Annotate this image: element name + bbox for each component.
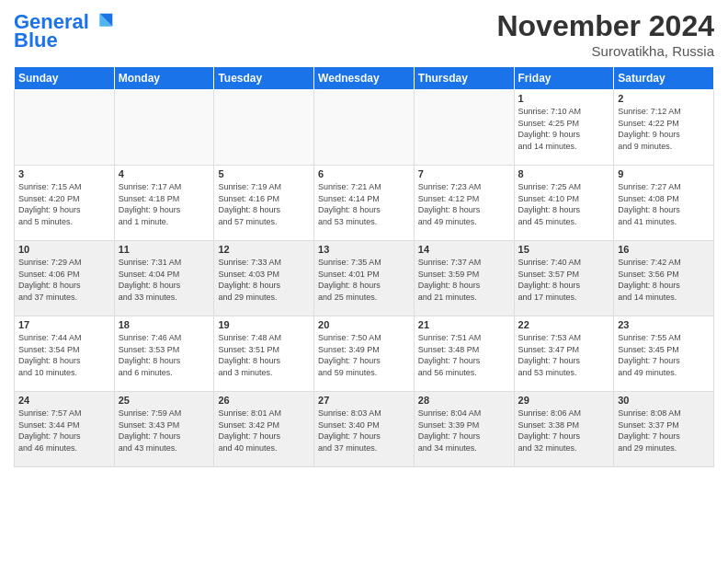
title-section: November 2024 Surovatikha, Russia xyxy=(496,9,714,59)
calendar-day-cell xyxy=(214,90,314,166)
calendar-day-header: Friday xyxy=(514,67,614,90)
day-number: 21 xyxy=(418,319,510,330)
day-number: 19 xyxy=(218,319,310,330)
day-info: Sunrise: 7:55 AM Sunset: 3:45 PM Dayligh… xyxy=(618,332,710,378)
day-number: 5 xyxy=(218,168,310,179)
day-info: Sunrise: 7:23 AM Sunset: 4:12 PM Dayligh… xyxy=(418,181,510,227)
month-title: November 2024 xyxy=(496,9,714,43)
calendar-day-cell: 3Sunrise: 7:15 AM Sunset: 4:20 PM Daylig… xyxy=(15,166,115,241)
calendar-day-cell xyxy=(314,90,415,166)
day-number: 1 xyxy=(518,93,610,104)
day-info: Sunrise: 7:53 AM Sunset: 3:47 PM Dayligh… xyxy=(518,332,610,378)
day-info: Sunrise: 7:21 AM Sunset: 4:14 PM Dayligh… xyxy=(318,181,410,227)
day-info: Sunrise: 7:17 AM Sunset: 4:18 PM Dayligh… xyxy=(119,181,210,227)
day-number: 8 xyxy=(518,168,610,179)
day-number: 15 xyxy=(518,244,610,255)
calendar-week-row: 3Sunrise: 7:15 AM Sunset: 4:20 PM Daylig… xyxy=(15,166,714,241)
calendar-day-cell: 26Sunrise: 8:01 AM Sunset: 3:42 PM Dayli… xyxy=(214,392,314,467)
calendar-day-cell: 24Sunrise: 7:57 AM Sunset: 3:44 PM Dayli… xyxy=(15,392,115,467)
day-info: Sunrise: 7:57 AM Sunset: 3:44 PM Dayligh… xyxy=(18,408,110,454)
day-info: Sunrise: 7:33 AM Sunset: 4:03 PM Dayligh… xyxy=(218,257,310,303)
day-number: 23 xyxy=(618,319,710,330)
calendar-day-cell: 6Sunrise: 7:21 AM Sunset: 4:14 PM Daylig… xyxy=(314,166,415,241)
calendar-day-header: Monday xyxy=(114,67,214,90)
day-number: 10 xyxy=(18,244,110,255)
day-info: Sunrise: 7:59 AM Sunset: 3:43 PM Dayligh… xyxy=(119,408,210,454)
calendar-day-cell xyxy=(414,90,514,166)
day-number: 29 xyxy=(518,395,610,406)
logo: General Blue xyxy=(14,9,117,52)
day-info: Sunrise: 7:25 AM Sunset: 4:10 PM Dayligh… xyxy=(518,181,610,227)
calendar-week-row: 17Sunrise: 7:44 AM Sunset: 3:54 PM Dayli… xyxy=(15,316,714,392)
calendar-day-cell xyxy=(114,90,214,166)
day-info: Sunrise: 8:04 AM Sunset: 3:39 PM Dayligh… xyxy=(418,408,510,454)
calendar-day-cell: 17Sunrise: 7:44 AM Sunset: 3:54 PM Dayli… xyxy=(15,316,115,392)
calendar-day-cell: 2Sunrise: 7:12 AM Sunset: 4:22 PM Daylig… xyxy=(614,90,714,166)
day-info: Sunrise: 7:27 AM Sunset: 4:08 PM Dayligh… xyxy=(618,181,710,227)
calendar-day-cell: 21Sunrise: 7:51 AM Sunset: 3:48 PM Dayli… xyxy=(414,316,514,392)
day-number: 13 xyxy=(318,244,410,255)
calendar-day-cell: 8Sunrise: 7:25 AM Sunset: 4:10 PM Daylig… xyxy=(514,166,614,241)
calendar-day-cell: 25Sunrise: 7:59 AM Sunset: 3:43 PM Dayli… xyxy=(114,392,214,467)
calendar-day-cell: 4Sunrise: 7:17 AM Sunset: 4:18 PM Daylig… xyxy=(114,166,214,241)
day-number: 27 xyxy=(318,395,410,406)
day-info: Sunrise: 8:01 AM Sunset: 3:42 PM Dayligh… xyxy=(218,408,310,454)
day-info: Sunrise: 7:40 AM Sunset: 3:57 PM Dayligh… xyxy=(518,257,610,303)
day-number: 12 xyxy=(218,244,310,255)
calendar-table: SundayMondayTuesdayWednesdayThursdayFrid… xyxy=(14,66,714,467)
calendar-day-cell: 11Sunrise: 7:31 AM Sunset: 4:04 PM Dayli… xyxy=(114,241,214,316)
calendar-day-cell: 9Sunrise: 7:27 AM Sunset: 4:08 PM Daylig… xyxy=(614,166,714,241)
calendar-day-cell: 18Sunrise: 7:46 AM Sunset: 3:53 PM Dayli… xyxy=(114,316,214,392)
calendar-day-cell: 29Sunrise: 8:06 AM Sunset: 3:38 PM Dayli… xyxy=(514,392,614,467)
calendar-day-cell: 28Sunrise: 8:04 AM Sunset: 3:39 PM Dayli… xyxy=(414,392,514,467)
calendar-day-cell: 5Sunrise: 7:19 AM Sunset: 4:16 PM Daylig… xyxy=(214,166,314,241)
day-info: Sunrise: 7:42 AM Sunset: 3:56 PM Dayligh… xyxy=(618,257,710,303)
day-info: Sunrise: 7:31 AM Sunset: 4:04 PM Dayligh… xyxy=(119,257,210,303)
calendar-day-cell: 19Sunrise: 7:48 AM Sunset: 3:51 PM Dayli… xyxy=(214,316,314,392)
calendar-day-header: Sunday xyxy=(15,67,115,90)
header: General Blue November 2024 Surovatikha, … xyxy=(14,9,714,59)
day-number: 7 xyxy=(418,168,510,179)
calendar-day-cell: 30Sunrise: 8:08 AM Sunset: 3:37 PM Dayli… xyxy=(614,392,714,467)
day-number: 11 xyxy=(119,244,210,255)
calendar-day-cell: 7Sunrise: 7:23 AM Sunset: 4:12 PM Daylig… xyxy=(414,166,514,241)
day-info: Sunrise: 7:51 AM Sunset: 3:48 PM Dayligh… xyxy=(418,332,510,378)
day-info: Sunrise: 7:37 AM Sunset: 3:59 PM Dayligh… xyxy=(418,257,510,303)
calendar-day-header: Thursday xyxy=(414,67,514,90)
calendar-week-row: 10Sunrise: 7:29 AM Sunset: 4:06 PM Dayli… xyxy=(15,241,714,316)
logo-icon xyxy=(91,9,117,35)
calendar-day-cell: 12Sunrise: 7:33 AM Sunset: 4:03 PM Dayli… xyxy=(214,241,314,316)
calendar-day-header: Tuesday xyxy=(214,67,314,90)
day-number: 25 xyxy=(119,395,210,406)
day-number: 26 xyxy=(218,395,310,406)
calendar-day-cell: 1Sunrise: 7:10 AM Sunset: 4:25 PM Daylig… xyxy=(514,90,614,166)
day-info: Sunrise: 7:44 AM Sunset: 3:54 PM Dayligh… xyxy=(18,332,110,378)
calendar-day-cell: 23Sunrise: 7:55 AM Sunset: 3:45 PM Dayli… xyxy=(614,316,714,392)
calendar-day-cell: 13Sunrise: 7:35 AM Sunset: 4:01 PM Dayli… xyxy=(314,241,415,316)
day-info: Sunrise: 7:48 AM Sunset: 3:51 PM Dayligh… xyxy=(218,332,310,378)
day-number: 4 xyxy=(119,168,210,179)
day-number: 3 xyxy=(18,168,110,179)
day-number: 16 xyxy=(618,244,710,255)
calendar-header-row: SundayMondayTuesdayWednesdayThursdayFrid… xyxy=(15,67,714,90)
calendar-day-cell: 16Sunrise: 7:42 AM Sunset: 3:56 PM Dayli… xyxy=(614,241,714,316)
day-info: Sunrise: 7:12 AM Sunset: 4:22 PM Dayligh… xyxy=(618,106,710,152)
logo-text-blue: Blue xyxy=(14,29,58,52)
day-number: 24 xyxy=(18,395,110,406)
day-number: 17 xyxy=(18,319,110,330)
calendar-day-cell: 10Sunrise: 7:29 AM Sunset: 4:06 PM Dayli… xyxy=(15,241,115,316)
day-info: Sunrise: 7:35 AM Sunset: 4:01 PM Dayligh… xyxy=(318,257,410,303)
day-info: Sunrise: 7:50 AM Sunset: 3:49 PM Dayligh… xyxy=(318,332,410,378)
day-info: Sunrise: 8:03 AM Sunset: 3:40 PM Dayligh… xyxy=(318,408,410,454)
calendar-day-header: Wednesday xyxy=(314,67,415,90)
page-container: General Blue November 2024 Surovatikha, … xyxy=(0,0,728,477)
calendar-day-cell xyxy=(15,90,115,166)
day-info: Sunrise: 8:06 AM Sunset: 3:38 PM Dayligh… xyxy=(518,408,610,454)
day-number: 14 xyxy=(418,244,510,255)
day-number: 20 xyxy=(318,319,410,330)
day-number: 22 xyxy=(518,319,610,330)
day-number: 30 xyxy=(618,395,710,406)
day-info: Sunrise: 7:10 AM Sunset: 4:25 PM Dayligh… xyxy=(518,106,610,152)
day-number: 2 xyxy=(618,93,710,104)
calendar-week-row: 24Sunrise: 7:57 AM Sunset: 3:44 PM Dayli… xyxy=(15,392,714,467)
